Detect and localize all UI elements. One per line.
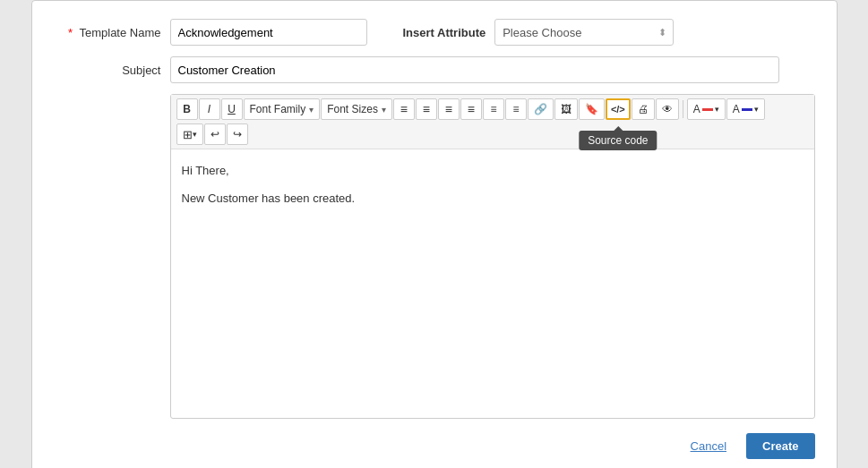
source-code-button[interactable]: </> <box>606 98 631 120</box>
insert-attribute-label: Insert Attribute <box>403 26 486 39</box>
subject-label: Subject <box>54 64 170 77</box>
font-color-indicator <box>702 108 713 111</box>
bold-button[interactable]: B <box>176 98 198 120</box>
footer-row: Cancel Create <box>54 433 815 459</box>
subject-input[interactable] <box>170 56 779 83</box>
font-sizes-dropdown[interactable]: Font Sizes <box>321 98 392 120</box>
align-left-button[interactable]: ≡ <box>483 98 504 120</box>
template-name-input[interactable] <box>170 19 367 46</box>
print-button[interactable]: 🖨 <box>632 98 655 120</box>
italic-button[interactable]: I <box>199 98 220 120</box>
template-name-label: * Template Name <box>54 26 170 39</box>
image-button[interactable]: 🖼 <box>554 98 578 120</box>
bg-color-button[interactable]: A ▾ <box>726 98 765 120</box>
indent-button[interactable]: ≡ <box>438 98 460 120</box>
template-name-row: * Template Name Insert Attribute Please … <box>54 19 815 46</box>
cancel-button[interactable]: Cancel <box>678 433 739 459</box>
unordered-list-button[interactable]: ≡ <box>393 98 415 120</box>
editor-content[interactable]: Hi There, New Customer has been created. <box>171 149 814 418</box>
source-code-tooltip: Source code <box>579 131 657 150</box>
editor-line-1: Hi There, <box>182 162 804 181</box>
toolbar-row-1: B I U Font Family Font Sizes ≡ ≡ ≡ ≡ ≡ ≡… <box>176 98 809 120</box>
insert-attribute-select[interactable]: Please Choose <box>494 19 674 46</box>
font-color-button[interactable]: A ▾ <box>687 98 726 120</box>
preview-button[interactable]: 👁 <box>656 98 679 120</box>
bg-color-indicator <box>742 108 752 111</box>
insert-attribute-wrapper: Please Choose ⬍ <box>494 19 674 46</box>
toolbar-row-2: ⊞ ▾ ↩ ↪ <box>176 123 809 145</box>
underline-button[interactable]: U <box>221 98 243 120</box>
undo-button[interactable]: ↩ <box>204 123 226 145</box>
align-right-button[interactable]: ≡ <box>505 98 527 120</box>
modal-container: * Template Name Insert Attribute Please … <box>31 0 838 468</box>
ordered-list-button[interactable]: ≡ <box>416 98 437 120</box>
toolbar-separator-1 <box>683 100 683 118</box>
redo-button[interactable]: ↪ <box>227 123 248 145</box>
link-button[interactable]: 🔗 <box>528 98 554 120</box>
font-family-dropdown[interactable]: Font Family <box>244 98 321 120</box>
source-code-wrapper: </> Source code <box>606 98 631 120</box>
table-button[interactable]: ⊞ ▾ <box>176 123 203 145</box>
outdent-button[interactable]: ≡ <box>460 98 482 120</box>
toolbar: B I U Font Family Font Sizes ≡ ≡ ≡ ≡ ≡ ≡… <box>171 95 814 149</box>
subject-row: Subject <box>54 56 815 83</box>
create-button[interactable]: Create <box>746 433 814 459</box>
editor-line-2: New Customer has been created. <box>182 190 804 208</box>
required-indicator: * <box>68 26 73 39</box>
editor-wrapper: B I U Font Family Font Sizes ≡ ≡ ≡ ≡ ≡ ≡… <box>170 94 815 419</box>
bookmark-button[interactable]: 🔖 <box>579 98 605 120</box>
